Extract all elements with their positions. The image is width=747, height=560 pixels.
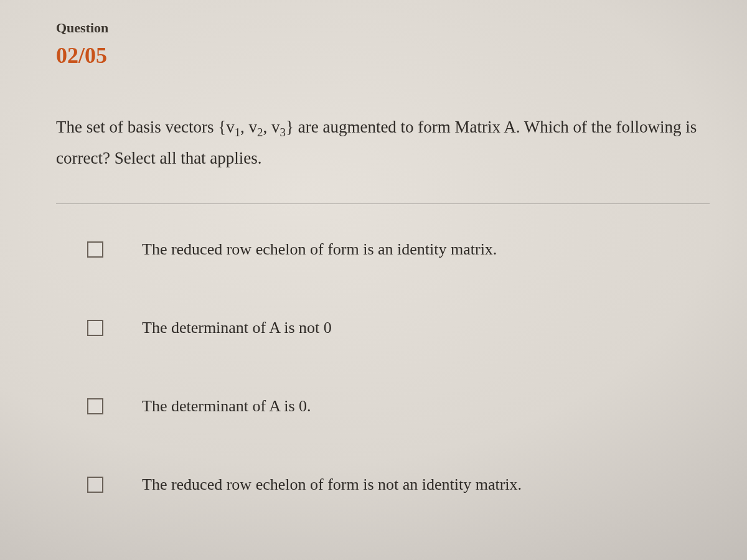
option-row: The determinant of A is not 0: [56, 289, 710, 367]
checkbox[interactable]: [87, 241, 103, 258]
option-text: The reduced row echelon of form is an id…: [142, 240, 497, 259]
checkbox[interactable]: [87, 477, 103, 493]
question-prompt: The set of basis vectors {v1, v2, v3} ar…: [56, 112, 710, 174]
option-row: The reduced row echelon of form is an id…: [56, 210, 710, 289]
question-label: Question: [56, 20, 710, 36]
options-list: The reduced row echelon of form is an id…: [56, 210, 710, 524]
option-text: The determinant of A is 0.: [142, 397, 311, 416]
prompt-text: , v: [240, 118, 257, 136]
checkbox[interactable]: [87, 398, 103, 414]
checkbox[interactable]: [87, 320, 103, 336]
option-text: The determinant of A is not 0: [142, 319, 332, 337]
option-row: The reduced row echelon of form is not a…: [56, 446, 710, 524]
prompt-sub-1: 1: [235, 126, 240, 139]
question-counter: 02/05: [56, 42, 710, 68]
question-header: Question 02/05: [56, 20, 710, 68]
divider: [56, 203, 710, 204]
prompt-sub-3: 3: [280, 126, 286, 139]
prompt-sub-2: 2: [257, 126, 263, 139]
option-text: The reduced row echelon of form is not a…: [142, 475, 522, 494]
option-row: The determinant of A is 0.: [56, 367, 710, 446]
prompt-text: The set of basis vectors {v: [56, 118, 235, 136]
prompt-text: , v: [263, 118, 280, 136]
